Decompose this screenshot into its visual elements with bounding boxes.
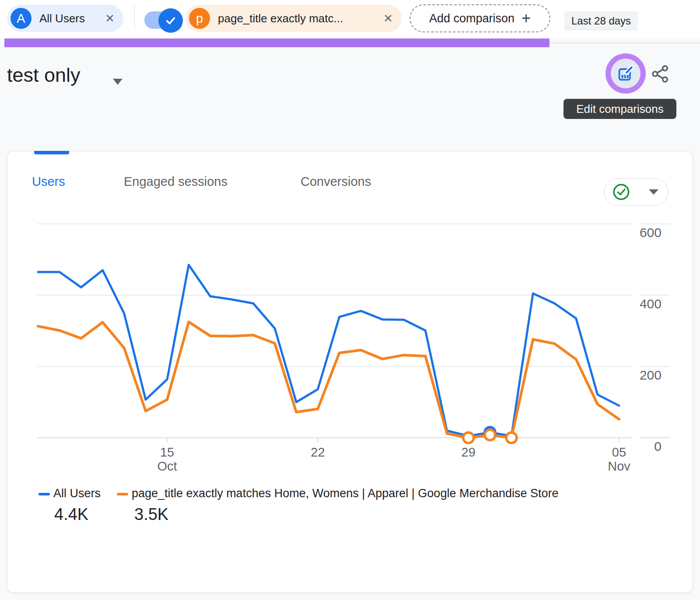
x-axis-label: 15 bbox=[160, 445, 174, 459]
x-axis-sublabel: Nov bbox=[608, 459, 630, 473]
comparison-header: A All Users ✕ p page_title exactly matc.… bbox=[0, 0, 700, 38]
comparison-chip-page-title[interactable]: p page_title exactly matc... ✕ bbox=[186, 5, 402, 32]
date-range-selector[interactable]: Last 28 days bbox=[564, 11, 638, 31]
legend-dash-all-users bbox=[38, 493, 50, 495]
x-axis-label: 22 bbox=[311, 445, 325, 459]
edit-comparisons-icon-bg bbox=[611, 59, 640, 88]
chip-label-page-title: page_title exactly matc... bbox=[218, 12, 343, 25]
add-comparison-label: Add comparison bbox=[429, 12, 514, 25]
data-point-marker-page-title bbox=[463, 433, 474, 443]
legend-total-page-title: 3.5K bbox=[134, 505, 168, 524]
data-point-marker-page-title bbox=[485, 429, 495, 440]
add-comparison-button[interactable]: Add comparison + bbox=[410, 4, 550, 32]
chevron-down-icon[interactable] bbox=[113, 79, 122, 85]
avatar-letter: p bbox=[196, 11, 203, 26]
x-axis-sublabel: Oct bbox=[158, 459, 177, 473]
toggle-thumb-checked bbox=[158, 8, 183, 33]
edit-chart-icon bbox=[617, 65, 634, 82]
close-icon[interactable]: ✕ bbox=[105, 12, 115, 25]
active-tab-indicator bbox=[34, 151, 69, 154]
legend-dash-page-title bbox=[117, 493, 128, 495]
y-axis-label: 0 bbox=[654, 439, 662, 453]
y-axis-label: 200 bbox=[640, 368, 662, 382]
data-point-marker-page-title bbox=[506, 433, 517, 443]
tab-users[interactable]: Users bbox=[32, 174, 65, 189]
users-line-chart: 600400200015Oct222905Nov bbox=[0, 192, 700, 477]
series-line-page-title bbox=[38, 322, 619, 438]
x-axis-label: 29 bbox=[462, 445, 476, 459]
legend-label-page-title: page_title exactly matches Home, Womens … bbox=[132, 487, 559, 500]
legend-label-all-users: All Users bbox=[53, 487, 101, 500]
x-axis-label: 05 bbox=[612, 445, 626, 459]
tab-engaged-sessions[interactable]: Engaged sessions bbox=[124, 174, 228, 189]
check-icon bbox=[164, 14, 177, 27]
comparison-toggle[interactable] bbox=[144, 8, 184, 33]
edit-comparisons-button[interactable] bbox=[606, 53, 646, 94]
avatar-letter: A bbox=[17, 11, 25, 26]
ga4-report-page: A All Users ✕ p page_title exactly matc.… bbox=[0, 0, 700, 600]
comparison-chip-all-users[interactable]: A All Users ✕ bbox=[7, 5, 123, 32]
edit-comparisons-tooltip: Edit comparisons bbox=[564, 99, 676, 119]
share-icon bbox=[651, 64, 670, 84]
comparison-avatar-p: p bbox=[189, 8, 210, 29]
share-button[interactable] bbox=[651, 64, 670, 84]
chip-label-all-users: All Users bbox=[39, 12, 85, 25]
header-divider bbox=[134, 5, 135, 30]
loading-progress-bar bbox=[4, 38, 550, 47]
comparison-avatar-a: A bbox=[10, 8, 32, 29]
loading-progress-track bbox=[550, 42, 700, 43]
page-title[interactable]: test only bbox=[7, 64, 80, 87]
y-axis-label: 400 bbox=[640, 297, 662, 311]
close-icon[interactable]: ✕ bbox=[383, 12, 393, 25]
y-axis-label: 600 bbox=[640, 225, 662, 240]
legend-total-all-users: 4.4K bbox=[54, 505, 88, 524]
tab-conversions[interactable]: Conversions bbox=[301, 174, 371, 189]
